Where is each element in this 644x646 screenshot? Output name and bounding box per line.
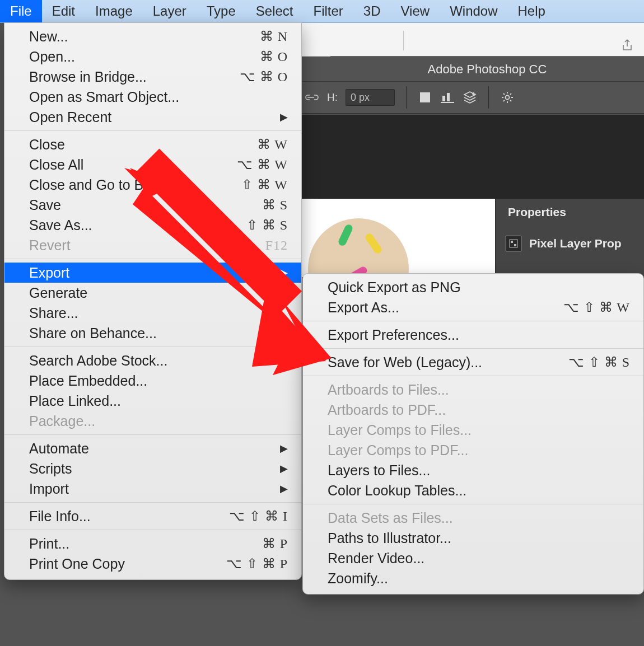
file-menu-item-separator — [4, 347, 301, 347]
file-menu-item-automate[interactable]: Automate▶ — [4, 438, 301, 458]
menu-item-shortcut: ⌘ N — [260, 29, 288, 44]
file-menu-item-share[interactable]: Share... — [4, 303, 301, 323]
export-menu-item-zoomify[interactable]: Zoomify... — [303, 568, 643, 588]
menu-item-label: Scripts — [29, 461, 72, 477]
menu-filter[interactable]: Filter — [304, 0, 353, 22]
submenu-arrow-icon: ▶ — [280, 442, 288, 455]
file-menu-item-close[interactable]: Close⌘ W — [4, 134, 301, 155]
menu-item-label: Layers to Files... — [328, 462, 430, 479]
menu-item-label: Browse in Bridge... — [29, 69, 147, 85]
menu-image[interactable]: Image — [85, 0, 143, 22]
menu-item-label: Automate — [29, 441, 89, 457]
gear-icon[interactable] — [500, 90, 515, 105]
menu-item-label: Search Adobe Stock... — [29, 353, 167, 369]
menu-type[interactable]: Type — [197, 0, 246, 22]
file-menu-item-print[interactable]: Print...⌘ P — [4, 533, 301, 554]
share-icon[interactable] — [622, 39, 633, 54]
menu-item-label: Close — [29, 137, 65, 153]
file-menu-item-search-adobe-stock[interactable]: Search Adobe Stock... — [4, 350, 301, 371]
submenu-arrow-icon: ▶ — [280, 287, 288, 299]
menu-item-label: Generate — [29, 285, 87, 301]
menu-item-label: Open as Smart Object... — [29, 89, 179, 105]
export-menu-item-paths-to-illustrator[interactable]: Paths to Illustrator... — [303, 528, 643, 548]
file-menu-item-close-and-go-to-bridge[interactable]: Close and Go to Bridge...⇧ ⌘ W — [4, 175, 301, 195]
menu-item-label: Print... — [29, 536, 69, 552]
fill-swatch-icon[interactable] — [418, 90, 432, 105]
menu-help[interactable]: Help — [508, 0, 556, 22]
menu-item-shortcut: ⌥ ⌘ W — [237, 157, 288, 172]
menu-item-shortcut: ⌘ W — [257, 137, 288, 152]
menu-item-label: Revert — [29, 237, 71, 254]
menu-item-label: Data Sets as Files... — [328, 510, 453, 526]
menu-3d[interactable]: 3D — [353, 0, 391, 22]
file-menu-item-export[interactable]: Export▶ — [4, 263, 301, 283]
menu-window[interactable]: Window — [440, 0, 507, 22]
app-title-bar: Adobe Photoshop CC — [330, 56, 644, 82]
options-h-label: H: — [327, 91, 338, 104]
file-menu-item-print-one-copy[interactable]: Print One Copy⌥ ⇧ ⌘ P — [4, 554, 301, 574]
export-menu-item-quick-export-as-png[interactable]: Quick Export as PNG — [303, 277, 643, 297]
menu-file[interactable]: File — [0, 0, 42, 22]
export-menu-item-render-video[interactable]: Render Video... — [303, 548, 643, 568]
menu-item-label: Close All — [29, 157, 83, 173]
app-title-text: Adobe Photoshop CC — [428, 62, 547, 76]
menu-item-shortcut: ⌥ ⇧ ⌘ S — [568, 354, 630, 370]
export-menu-item-separator — [303, 504, 643, 504]
menu-layer[interactable]: Layer — [143, 0, 197, 22]
menu-item-label: Package... — [29, 413, 95, 429]
file-menu-item-scripts[interactable]: Scripts▶ — [4, 458, 301, 479]
svg-rect-7 — [514, 244, 516, 246]
file-menu-item-browse-in-bridge[interactable]: Browse in Bridge...⌥ ⌘ O — [4, 67, 301, 87]
file-menu-item-separator — [4, 502, 301, 503]
file-menu-item-place-linked[interactable]: Place Linked... — [4, 391, 301, 411]
export-menu-item-color-lookup-tables[interactable]: Color Lookup Tables... — [303, 480, 643, 500]
file-menu-item-open-as-smart-object[interactable]: Open as Smart Object... — [4, 87, 301, 107]
file-menu-item-revert: RevertF12 — [4, 235, 301, 255]
menu-edit[interactable]: Edit — [42, 0, 85, 22]
menu-item-shortcut: ⌥ ⇧ ⌘ W — [563, 299, 630, 315]
export-menu-item-save-for-web-legacy[interactable]: Save for Web (Legacy)...⌥ ⇧ ⌘ S — [303, 352, 643, 372]
file-menu-item-save-as[interactable]: Save As...⇧ ⌘ S — [4, 215, 301, 235]
align-bottom-icon[interactable] — [440, 90, 455, 105]
file-menu-item-place-embedded[interactable]: Place Embedded... — [4, 371, 301, 391]
menu-item-shortcut: ⌥ ⇧ ⌘ I — [229, 508, 288, 524]
menu-item-shortcut: ⌥ ⌘ O — [240, 69, 288, 85]
file-menu-item-new[interactable]: New...⌘ N — [4, 26, 301, 46]
menu-item-label: Place Linked... — [29, 393, 121, 409]
menu-item-label: Render Video... — [328, 550, 424, 567]
layers-stack-icon[interactable] — [463, 90, 477, 105]
file-menu-item-open-recent[interactable]: Open Recent▶ — [4, 107, 301, 127]
export-menu-item-export-as[interactable]: Export As...⌥ ⇧ ⌘ W — [303, 297, 643, 317]
menu-item-label: Print One Copy — [29, 556, 125, 572]
file-menu-item-import[interactable]: Import▶ — [4, 479, 301, 499]
file-menu-item-generate[interactable]: Generate▶ — [4, 283, 301, 303]
options-h-field[interactable]: 0 px — [346, 89, 395, 106]
file-menu-item-open[interactable]: Open...⌘ O — [4, 46, 301, 67]
export-menu-item-layers-to-files[interactable]: Layers to Files... — [303, 460, 643, 480]
file-menu-item-share-on-behance[interactable]: Share on Behance... — [4, 323, 301, 343]
export-menu-item-export-preferences[interactable]: Export Preferences... — [303, 325, 643, 345]
menu-item-label: Open... — [29, 49, 75, 65]
file-menu-item-save[interactable]: Save⌘ S — [4, 195, 301, 215]
svg-rect-1 — [442, 96, 445, 101]
menu-item-label: Color Lookup Tables... — [328, 483, 466, 499]
menu-item-shortcut: ⌘ P — [262, 536, 288, 551]
menu-item-label: Export Preferences... — [328, 327, 459, 343]
file-menu-item-close-all[interactable]: Close All⌥ ⌘ W — [4, 155, 301, 175]
menu-view[interactable]: View — [391, 0, 440, 22]
menu-item-shortcut: ⌘ S — [262, 197, 288, 213]
properties-body-label: Pixel Layer Prop — [529, 237, 622, 250]
menu-select[interactable]: Select — [246, 0, 304, 22]
svg-rect-6 — [511, 241, 513, 243]
options-divider-2 — [488, 86, 489, 109]
menu-item-label: Place Embedded... — [29, 373, 147, 389]
file-menu-item-file-info[interactable]: File Info...⌥ ⇧ ⌘ I — [4, 506, 301, 526]
menu-item-label: Layer Comps to PDF... — [328, 442, 468, 458]
submenu-arrow-icon: ▶ — [280, 111, 288, 123]
properties-tab[interactable]: Properties — [496, 199, 644, 226]
menu-item-label: Export — [29, 265, 69, 281]
menu-item-label: Export As... — [328, 299, 399, 316]
export-menu-item-layer-comps-to-files: Layer Comps to Files... — [303, 420, 643, 440]
file-menu-item-separator — [4, 530, 301, 530]
link-icon[interactable] — [305, 90, 319, 105]
